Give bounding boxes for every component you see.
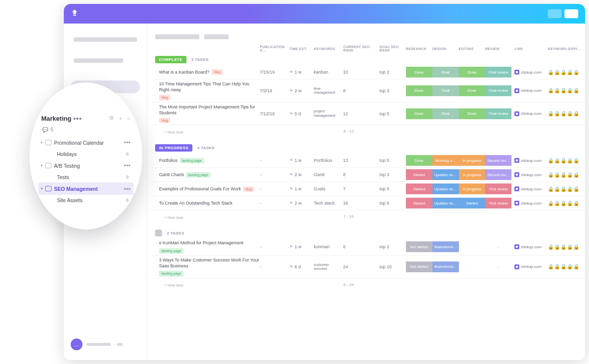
chevron-down-icon[interactable]: ▾ — [39, 140, 44, 145]
more-icon[interactable]: ••• — [122, 162, 131, 169]
chevron-down-icon[interactable]: ▾ — [39, 186, 44, 191]
new-task-row[interactable]: + New task6 - 24 — [150, 278, 585, 292]
status-cell[interactable]: Done — [459, 85, 485, 96]
sidebar-list-item[interactable]: Site Assets6 — [38, 195, 134, 206]
sidebar-folder[interactable]: ▾Promotional Calendar••• — [38, 136, 134, 149]
link-cell[interactable]: clickup.com — [511, 186, 546, 191]
status-cell[interactable]: Updates ne… — [432, 183, 459, 194]
time-est-cell[interactable]: 2 w — [289, 201, 314, 206]
status-cell[interactable]: Updates ne… — [432, 198, 459, 208]
goal-rank-cell[interactable]: top 3 — [379, 172, 406, 177]
status-cell[interactable]: – — [485, 261, 511, 272]
sidebar-list-item[interactable]: Tests9 — [38, 172, 134, 182]
status-cell[interactable]: In progress — [459, 183, 485, 194]
keywords-cell[interactable]: project management — [314, 109, 343, 118]
link-cell[interactable]: clickup.com — [511, 244, 546, 249]
keywords-cell[interactable]: customer success — [314, 263, 343, 271]
link-cell[interactable]: clickup.com — [511, 70, 546, 75]
link-cell[interactable]: clickup.com — [511, 158, 546, 163]
status-cell[interactable]: Done — [459, 67, 485, 78]
goal-rank-cell[interactable]: top 5 — [379, 186, 406, 191]
task-row[interactable]: Portfolioslanding page-1 wPortfolios13to… — [150, 154, 585, 167]
task-row[interactable]: To Create An Outstanding Tech Stack-2 wT… — [150, 196, 585, 210]
status-cell[interactable]: Final review — [485, 85, 511, 96]
status-cell[interactable]: Second rev… — [485, 155, 511, 166]
pub-date-cell[interactable]: - — [260, 172, 290, 177]
task-row[interactable]: 3 Ways To Make Customer Success Work For… — [150, 255, 585, 278]
new-task-row[interactable]: + New task8 - 12 — [150, 125, 585, 138]
pub-date-cell[interactable]: - — [260, 244, 290, 249]
task-row[interactable]: Examples of Professional Goals For Workb… — [150, 182, 585, 196]
pub-date-cell[interactable]: 7/2/19 — [260, 88, 290, 93]
task-row[interactable]: 10 Time Management Tips That Can Help Yo… — [150, 79, 585, 102]
link-cell[interactable]: clickup.com — [511, 172, 546, 177]
time-est-cell[interactable]: 1 w — [289, 186, 314, 191]
status-cell[interactable]: Done — [459, 108, 485, 119]
goal-rank-cell[interactable]: top 2 — [379, 244, 406, 249]
task-name[interactable]: The Most Important Project Management Ti… — [155, 104, 260, 124]
pub-date-cell[interactable]: 7/12/19 — [260, 111, 290, 116]
status-cell[interactable]: Started — [406, 169, 432, 180]
sidebar-folder[interactable]: ▾A/B Testing••• — [38, 159, 134, 172]
status-cell[interactable]: – — [459, 261, 485, 272]
task-tag[interactable]: blog — [159, 95, 170, 100]
goal-rank-cell[interactable]: top 5 — [379, 111, 406, 116]
task-tag[interactable]: landing page — [186, 172, 211, 178]
task-tag[interactable]: blog — [243, 186, 254, 192]
status-cell[interactable]: Done — [406, 108, 432, 119]
sidebar-list-item[interactable]: Holidays6 — [38, 149, 134, 159]
task-name[interactable]: e KonMari Method for Project Managementl… — [155, 240, 260, 254]
goal-rank-cell[interactable]: top 3 — [379, 88, 406, 93]
task-name[interactable]: Gantt Chartslanding page — [155, 172, 260, 178]
task-name[interactable]: To Create An Outstanding Tech Stack — [155, 200, 260, 206]
seo-rank-cell[interactable]: 12 — [343, 111, 379, 116]
status-cell[interactable]: Done — [406, 67, 432, 78]
status-cell[interactable]: Final — [432, 67, 459, 78]
link-cell[interactable]: clickup.com — [511, 88, 546, 93]
chevron-down-icon[interactable]: ▾ — [39, 163, 44, 168]
pub-date-cell[interactable]: - — [260, 186, 290, 191]
link-cell[interactable]: clickup.com — [511, 264, 546, 269]
goal-rank-cell[interactable]: top 5 — [379, 201, 406, 206]
status-cell[interactable]: Second rev… — [485, 169, 511, 180]
keywords-cell[interactable]: konmari — [314, 244, 343, 249]
group-status-pill[interactable] — [155, 230, 162, 236]
task-name[interactable]: What is a Kanban Board?blog — [155, 69, 260, 75]
goal-rank-cell[interactable]: top 2 — [379, 70, 406, 75]
task-tag[interactable]: landing page — [159, 248, 184, 254]
pub-date-cell[interactable]: - — [260, 201, 290, 206]
chat-icon[interactable]: … — [71, 338, 82, 350]
status-cell[interactable]: Final — [432, 85, 459, 96]
seo-rank-cell[interactable]: 24 — [343, 264, 379, 269]
seo-rank-cell[interactable]: 8 — [343, 172, 379, 177]
task-row[interactable]: What is a Kanban Board?blog7/15/191 wkan… — [150, 65, 585, 79]
space-title[interactable]: Marketing••• — [41, 115, 82, 122]
time-est-cell[interactable]: 1 w — [289, 244, 314, 249]
status-cell[interactable]: Working o… — [432, 155, 459, 166]
plus-icon[interactable]: ＋ — [118, 115, 123, 122]
status-cell[interactable]: Final review — [485, 108, 511, 119]
seo-rank-cell[interactable]: 16 — [343, 201, 379, 206]
status-cell[interactable]: Brainstormi… — [432, 261, 459, 272]
status-cell[interactable]: Started — [406, 198, 432, 208]
status-cell[interactable]: In progress — [459, 169, 485, 180]
keywords-cell[interactable]: kanban — [314, 70, 343, 75]
topbar-pill[interactable] — [548, 9, 562, 18]
seo-rank-cell[interactable]: 10 — [343, 70, 379, 75]
time-est-cell[interactable]: 5 d — [289, 111, 314, 116]
seo-rank-cell[interactable]: 6 — [343, 244, 379, 249]
status-cell[interactable]: First review — [485, 183, 511, 194]
task-name[interactable]: 3 Ways To Make Customer Success Work For… — [155, 257, 260, 277]
topbar-pill[interactable] — [564, 9, 578, 18]
link-cell[interactable]: clickup.com — [511, 201, 546, 206]
more-icon[interactable]: ••• — [122, 185, 131, 192]
status-cell[interactable]: Not started — [406, 261, 432, 272]
time-est-cell[interactable]: 1 w — [289, 158, 314, 163]
new-task-row[interactable]: + New task7 - 16 — [150, 210, 585, 224]
keywords-cell[interactable]: Goals — [314, 186, 343, 191]
task-name[interactable]: 10 Time Management Tips That Can Help Yo… — [155, 81, 260, 101]
status-cell[interactable]: Not started — [406, 241, 432, 252]
pub-date-cell[interactable]: - — [260, 264, 290, 269]
task-row[interactable]: e KonMari Method for Project Managementl… — [150, 238, 585, 255]
status-cell[interactable]: Started — [459, 198, 485, 208]
